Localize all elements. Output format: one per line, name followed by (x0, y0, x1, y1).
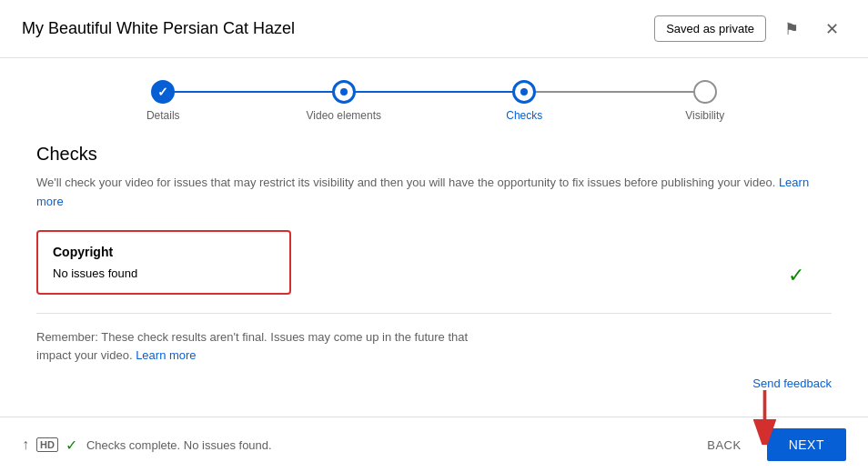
info-icon: ⚑ (784, 19, 799, 39)
step-video-label: Video elements (307, 109, 382, 122)
steps-container: ✓ Details Video elements Checks Visibili… (0, 58, 868, 122)
footer-icons: ↑ HD ✓ (22, 437, 77, 454)
step-checks-label: Checks (506, 109, 542, 122)
send-feedback-link[interactable]: Send feedback (36, 377, 832, 390)
page-title: My Beautiful White Persian Cat Hazel (22, 19, 295, 38)
back-button[interactable]: BACK (692, 431, 755, 459)
reminder-learn-more-link[interactable]: Learn more (136, 348, 196, 362)
footer-status-text: Checks complete. No issues found. (86, 438, 272, 452)
steps-progress: ✓ Details Video elements Checks Visibili… (73, 76, 795, 122)
check-green-icon: ✓ (788, 264, 804, 287)
next-button[interactable]: NEXT (767, 428, 846, 461)
copyright-card: Copyright No issues found (36, 230, 291, 295)
check-icon: ✓ (157, 85, 168, 99)
hd-badge: HD (36, 437, 58, 452)
step-visibility-label: Visibility (685, 109, 724, 122)
step-visibility: Visibility (615, 80, 796, 122)
footer-actions: BACK NEXT (692, 428, 846, 461)
check-circle-icon: ✓ (66, 437, 77, 454)
main-content: Checks We'll check your video for issues… (0, 122, 868, 417)
close-button[interactable]: ✕ (817, 15, 846, 44)
footer: ↑ HD ✓ Checks complete. No issues found.… (0, 417, 868, 472)
step-checks-circle (512, 80, 536, 104)
close-icon: ✕ (825, 19, 839, 39)
step-details: ✓ Details (73, 80, 254, 122)
step-checks: Checks (434, 80, 615, 122)
copyright-card-title: Copyright (53, 245, 275, 259)
step-visibility-circle (693, 80, 717, 104)
step-details-label: Details (146, 109, 180, 122)
upload-icon: ↑ (22, 437, 29, 453)
checks-description: We'll check your video for issues that m… (36, 174, 832, 212)
saved-status-badge: Saved as private (654, 15, 766, 42)
reminder-text: Remember: These check results aren't fin… (36, 328, 491, 367)
step-video-elements: Video elements (254, 80, 435, 122)
copyright-status: No issues found (53, 266, 275, 280)
header-actions: Saved as private ⚑ ✕ (654, 15, 846, 44)
step-video-circle (332, 80, 356, 104)
header: My Beautiful White Persian Cat Hazel Sav… (0, 0, 868, 58)
checks-title: Checks (36, 144, 832, 165)
step-details-circle: ✓ (151, 80, 175, 104)
info-button[interactable]: ⚑ (777, 15, 806, 44)
footer-status: ↑ HD ✓ Checks complete. No issues found. (22, 437, 272, 454)
divider (36, 313, 832, 314)
